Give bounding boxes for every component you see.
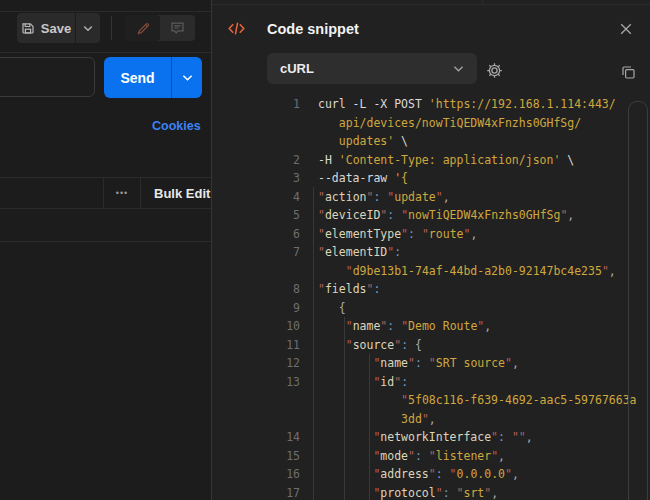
copy-icon [620, 64, 637, 81]
save-dropdown-button[interactable] [76, 13, 100, 43]
code-text: { [318, 299, 346, 318]
code-line: 11 "source": { [212, 336, 650, 355]
language-select-value: cURL [280, 61, 314, 76]
code-line: 8"fields": [212, 280, 650, 299]
code-line: updates' \ [212, 132, 650, 151]
send-button-label: Send [120, 70, 154, 86]
send-button[interactable]: Send [104, 57, 172, 98]
line-number: 9 [212, 299, 300, 318]
line-number: 15 [212, 447, 300, 466]
line-number: 1 [212, 95, 300, 114]
code-text: "elementType": "route", [318, 225, 477, 244]
comment-icon [170, 21, 185, 35]
code-text: api/devices/nowTiQEDW4xFnzhs0GHfSg/ [318, 114, 581, 133]
code-line: 15 "mode": "listener", [212, 447, 650, 466]
request-pane: Save [0, 0, 212, 500]
code-line: 5"deviceID": "nowTiQEDW4xFnzhs0GHfSg", [212, 206, 650, 225]
code-line: 7"elementID": [212, 243, 650, 262]
code-line: 1curl -L -X POST 'https://192.168.1.114:… [212, 95, 650, 114]
panel-top-divider [212, 4, 650, 5]
tab-divider [482, 0, 483, 4]
code-line: 14 "networkInterface": "", [212, 428, 650, 447]
scrollbar[interactable] [628, 101, 648, 500]
code-text: curl -L -X POST 'https://192.168.1.114:4… [318, 95, 616, 114]
line-number: 17 [212, 484, 300, 500]
copy-button[interactable] [617, 61, 639, 83]
params-table-header: ••• Bulk Edit [0, 177, 211, 209]
indent-guide [344, 317, 345, 500]
line-number: 14 [212, 428, 300, 447]
code-text: "address": "0.0.0.0", [318, 465, 519, 484]
code-text: "protocol": "srt", [318, 484, 498, 500]
floppy-disk-icon [21, 21, 35, 35]
chevron-down-icon [83, 25, 93, 32]
close-icon [619, 22, 633, 36]
line-number: 10 [212, 317, 300, 336]
pencil-icon [136, 21, 151, 36]
chevron-down-icon [453, 65, 464, 73]
save-button-label: Save [41, 21, 71, 36]
line-number [212, 410, 300, 429]
gear-icon [485, 61, 504, 80]
code-line: "5f08c116-f639-4692-aac5-59767663a [212, 391, 650, 410]
code-text: 3dd", [318, 410, 436, 429]
bulk-edit-button[interactable]: Bulk Edit [141, 178, 211, 208]
params-header-spacer [0, 178, 104, 208]
code-line: 2-H 'Content-Type: application/json' \ [212, 151, 650, 170]
line-number: 4 [212, 188, 300, 207]
code-line: 10 "name": "Demo Route", [212, 317, 650, 336]
code-text: "deviceID": "nowTiQEDW4xFnzhs0GHfSg", [318, 206, 574, 225]
app-window: Save [0, 0, 650, 500]
send-dropdown-button[interactable] [172, 57, 202, 98]
save-button[interactable]: Save [17, 13, 76, 43]
line-number [212, 262, 300, 281]
line-number: 2 [212, 151, 300, 170]
language-select[interactable]: cURL [267, 53, 477, 84]
line-number: 5 [212, 206, 300, 225]
code-line: 6"elementType": "route", [212, 225, 650, 244]
save-split-button: Save [17, 13, 100, 43]
send-split-button: Send [104, 57, 202, 98]
code-icon [228, 21, 245, 36]
close-button[interactable] [612, 16, 640, 42]
code-text: "5f08c116-f639-4692-aac5-59767663a [318, 391, 637, 410]
code-text: -H 'Content-Type: application/json' \ [318, 151, 574, 170]
chevron-down-icon [182, 74, 193, 82]
code-text: "name": "SRT source", [318, 354, 519, 373]
code-text: "action": "update", [318, 188, 450, 207]
code-line: 13 "id": [212, 373, 650, 392]
more-options-button[interactable]: ••• [104, 178, 141, 208]
toolbar-divider [0, 52, 211, 53]
line-number: 7 [212, 243, 300, 262]
code-line: 9 { [212, 299, 650, 318]
url-input[interactable] [0, 57, 95, 97]
panel-title: Code snippet [267, 21, 359, 37]
code-line: 12 "name": "SRT source", [212, 354, 650, 373]
tab-bar-remnant [0, 0, 211, 12]
code-line: 17 "protocol": "srt", [212, 484, 650, 500]
code-line: api/devices/nowTiQEDW4xFnzhs0GHfSg/ [212, 114, 650, 133]
code-text: "fields": [318, 280, 380, 299]
comment-button[interactable] [160, 15, 195, 41]
line-number: 6 [212, 225, 300, 244]
code-text: "id": [318, 373, 408, 392]
code-text: "source": { [318, 336, 422, 355]
code-text: updates' \ [318, 132, 408, 151]
line-number: 8 [212, 280, 300, 299]
code-line: 3--data-raw '{ [212, 169, 650, 188]
line-number: 11 [212, 336, 300, 355]
indent-guide [313, 187, 314, 500]
settings-button[interactable] [484, 60, 504, 80]
code-line: 16 "address": "0.0.0.0", [212, 465, 650, 484]
line-number: 3 [212, 169, 300, 188]
code-editor[interactable]: 1curl -L -X POST 'https://192.168.1.114:… [212, 95, 650, 500]
line-number [212, 132, 300, 151]
params-row-divider [0, 241, 211, 242]
indent-guide [369, 354, 370, 500]
code-text: "mode": "listener", [318, 447, 505, 466]
line-number [212, 114, 300, 133]
edit-button[interactable] [126, 15, 160, 41]
code-text: "networkInterface": "", [318, 428, 533, 447]
edit-comment-group [126, 15, 195, 41]
toolbar-separator [111, 16, 112, 40]
